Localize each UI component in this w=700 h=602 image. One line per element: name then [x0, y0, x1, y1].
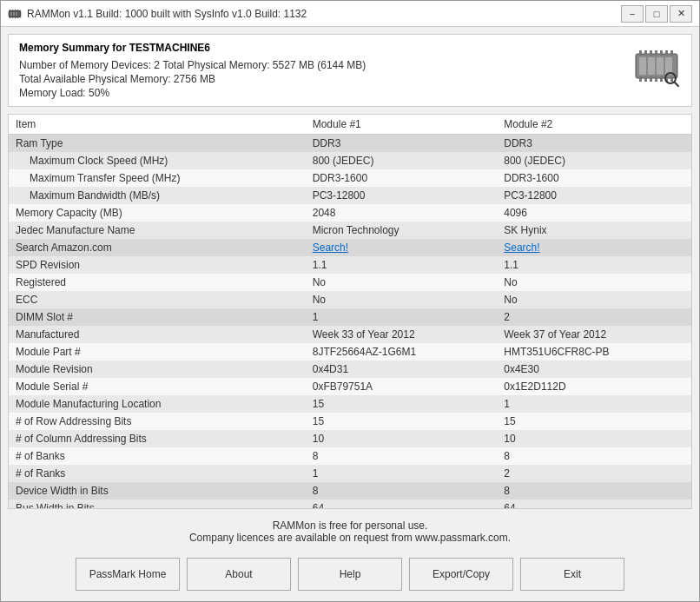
table-container[interactable]: Item Module #1 Module #2 Ram TypeDDR3DDR… — [8, 114, 692, 509]
passmark-home-button[interactable]: PassMark Home — [76, 558, 180, 591]
footer-line2: Company licences are available on reques… — [8, 532, 692, 544]
svg-rect-1 — [10, 12, 12, 16]
cell-module2[interactable]: Search! — [497, 239, 691, 256]
cell-module1: Micron Technology — [306, 222, 498, 239]
cell-item: # of Banks — [9, 447, 306, 465]
cell-module2: PC3-12800 — [497, 187, 691, 204]
svg-rect-25 — [644, 76, 647, 82]
cell-module1: 0x4D31 — [306, 361, 498, 378]
cell-item: Bus Width in Bits — [9, 499, 306, 509]
cell-module1: 10 — [306, 430, 498, 447]
export-copy-button[interactable]: Export/Copy — [409, 558, 513, 591]
about-button[interactable]: About — [187, 558, 291, 591]
cell-module1: 8 — [306, 447, 498, 465]
svg-rect-26 — [650, 76, 652, 82]
cell-item: Maximum Transfer Speed (MHz) — [9, 169, 306, 187]
table-row: SPD Revision1.11.1 — [9, 256, 691, 274]
svg-rect-24 — [639, 76, 642, 82]
cell-item: Device Width in Bits — [9, 482, 306, 499]
cell-module2: No — [497, 291, 691, 308]
table-row: ManufacturedWeek 33 of Year 2012Week 37 … — [9, 326, 691, 343]
title-bar-left: RAMMon v1.1 Build: 1000 built with SysIn… — [8, 7, 307, 21]
cell-module2: 10 — [497, 430, 691, 447]
footer-line1: RAMMon is free for personal use. — [8, 519, 692, 532]
table-row: Search Amazon.comSearch!Search! — [9, 239, 691, 256]
svg-rect-2 — [13, 12, 15, 16]
title-bar: RAMMon v1.1 Build: 1000 built with SysIn… — [1, 1, 699, 27]
table-row: Memory Capacity (MB)20484096 — [9, 204, 691, 222]
cell-item: # of Ranks — [9, 465, 306, 482]
table-row: Device Width in Bits88 — [9, 482, 691, 499]
svg-rect-14 — [648, 57, 655, 75]
cell-module1: Week 33 of Year 2012 — [306, 326, 498, 343]
svg-rect-23 — [670, 50, 673, 56]
footer-buttons: PassMark Home About Help Export/Copy Exi… — [8, 554, 692, 594]
svg-rect-11 — [17, 17, 18, 18]
cell-item: Search Amazon.com — [9, 239, 306, 256]
cell-item: Module Part # — [9, 343, 306, 361]
cell-item: Ram Type — [9, 135, 306, 153]
svg-rect-6 — [15, 10, 16, 11]
cell-item: Memory Capacity (MB) — [9, 204, 306, 222]
cell-module2: 0x4E30 — [497, 361, 691, 378]
svg-rect-9 — [12, 17, 13, 18]
cell-module2: DDR3 — [497, 135, 691, 153]
cell-module2: No — [497, 274, 691, 291]
table-row: Module Revision0x4D310x4E30 — [9, 361, 691, 378]
cell-module2: 800 (JEDEC) — [497, 152, 691, 169]
cell-item: DIMM Slot # — [9, 308, 306, 326]
table-row: # of Ranks12 — [9, 465, 691, 482]
exit-button[interactable]: Exit — [520, 558, 624, 591]
table-row: Module Serial #0xFB79751A0x1E2D112D — [9, 378, 691, 395]
svg-rect-18 — [644, 50, 647, 56]
cell-module1[interactable]: Search! — [306, 239, 498, 256]
cell-module2: HMT351U6CFR8C-PB — [497, 343, 691, 361]
maximize-button[interactable]: □ — [645, 5, 668, 23]
summary-line2: Total Available Physical Memory: 2756 MB — [19, 73, 366, 85]
svg-rect-15 — [657, 57, 664, 75]
app-icon — [8, 7, 22, 21]
svg-rect-17 — [639, 50, 642, 56]
svg-rect-28 — [660, 76, 663, 82]
table-row: Module Manufacturing Location151 — [9, 395, 691, 413]
close-button[interactable]: ✕ — [670, 5, 692, 23]
cell-item: Registered — [9, 274, 306, 291]
help-button[interactable]: Help — [298, 558, 402, 591]
cell-module2: 1 — [497, 395, 691, 413]
cell-module1: 64 — [306, 499, 498, 509]
window-title: RAMMon v1.1 Build: 1000 built with SysIn… — [27, 8, 307, 20]
summary-section: Memory Summary for TESTMACHINE6 Number o… — [8, 34, 692, 107]
cell-item: # of Row Addressing Bits — [9, 413, 306, 430]
svg-rect-8 — [10, 17, 10, 18]
svg-line-32 — [675, 83, 678, 86]
svg-rect-27 — [655, 76, 657, 82]
cell-module2: Week 37 of Year 2012 — [497, 326, 691, 343]
cell-module1: No — [306, 274, 498, 291]
cell-item: Jedec Manufacture Name — [9, 222, 306, 239]
minimize-button[interactable]: − — [621, 5, 644, 23]
table-row: Module Part #8JTF25664AZ-1G6M1HMT351U6CF… — [9, 343, 691, 361]
table-row: ECCNoNo — [9, 291, 691, 308]
summary-title: Memory Summary for TESTMACHINE6 — [19, 42, 366, 54]
cell-item: ECC — [9, 291, 306, 308]
summary-text: Memory Summary for TESTMACHINE6 Number o… — [19, 42, 366, 99]
summary-line1: Number of Memory Devices: 2 Total Physic… — [19, 59, 366, 71]
footer-text: RAMMon is free for personal use. Company… — [8, 516, 692, 547]
cell-module2: 8 — [497, 447, 691, 465]
cell-item: Module Serial # — [9, 378, 306, 395]
table-row: Ram TypeDDR3DDR3 — [9, 135, 691, 153]
table-row: RegisteredNoNo — [9, 274, 691, 291]
svg-rect-21 — [660, 50, 663, 56]
cell-module1: 8JTF25664AZ-1G6M1 — [306, 343, 498, 361]
svg-rect-20 — [655, 50, 657, 56]
cell-module1: 8 — [306, 482, 498, 499]
table-row: Maximum Bandwidth (MB/s)PC3-12800PC3-128… — [9, 187, 691, 204]
summary-line3: Memory Load: 50% — [19, 87, 366, 99]
cell-module2: 1.1 — [497, 256, 691, 274]
cell-item: Module Manufacturing Location — [9, 395, 306, 413]
svg-rect-22 — [665, 50, 668, 56]
cell-item: SPD Revision — [9, 256, 306, 274]
svg-rect-16 — [665, 57, 672, 75]
cell-module1: 0xFB79751A — [306, 378, 498, 395]
cell-module1: 1 — [306, 308, 498, 326]
